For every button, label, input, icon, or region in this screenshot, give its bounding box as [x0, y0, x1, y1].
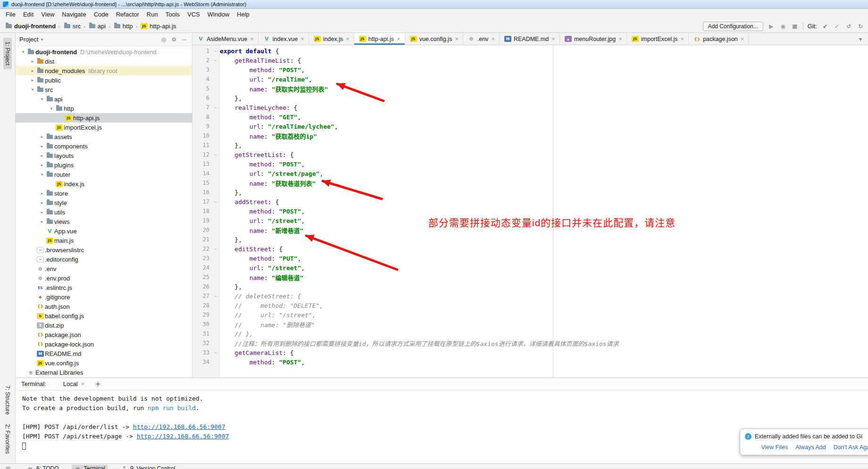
close-icon[interactable]: ×	[491, 35, 495, 42]
menu-view[interactable]: View	[37, 10, 58, 19]
run-icon[interactable]	[768, 23, 775, 30]
tree-item-http[interactable]: ▾http	[16, 104, 192, 113]
git-history-icon[interactable]	[857, 23, 864, 30]
tree-item-router[interactable]: ▾router	[16, 170, 192, 179]
tree-item-readme-md[interactable]: MREADME.md	[16, 349, 192, 358]
breadcrumb-item-src[interactable]: src	[62, 23, 82, 30]
close-icon[interactable]: ×	[741, 35, 744, 42]
tree-item-views[interactable]: ▸views	[16, 217, 192, 226]
add-configuration-button[interactable]: Add Configuration...	[703, 22, 763, 31]
tree-item-assets[interactable]: ▸assets	[16, 132, 192, 141]
menu-window[interactable]: Window	[204, 10, 233, 19]
terminal-tab-local[interactable]: Local ×	[60, 379, 88, 389]
menu-edit[interactable]: Edit	[19, 10, 37, 19]
menu-vcs[interactable]: VCS	[184, 10, 204, 19]
breadcrumb-item-http-api-js[interactable]: JShttp-api.js	[139, 23, 177, 30]
fold-marker[interactable]: −	[211, 58, 220, 63]
tab-importexcel-js[interactable]: JSimportExcel.js×	[627, 33, 689, 45]
hide-panel-icon[interactable]	[181, 36, 188, 43]
menu-help[interactable]: Help	[233, 10, 253, 19]
notification-action-don-t-ask-agai[interactable]: Don't Ask Agai	[834, 444, 868, 451]
notification-action-view-files[interactable]: View Files	[761, 444, 788, 451]
statusbar-terminal[interactable]: Terminal	[72, 465, 108, 469]
tree-item-layouts[interactable]: ▸layouts	[16, 151, 192, 160]
tree-item-utils[interactable]: ▸utils	[16, 207, 192, 217]
settings-gear-icon[interactable]	[170, 36, 178, 43]
close-icon[interactable]: ×	[300, 35, 304, 42]
breadcrumb-item-api[interactable]: api	[87, 23, 107, 30]
tab-asidemenu-vue[interactable]: VAsideMenu.vue×	[192, 33, 259, 45]
fold-marker[interactable]: −	[211, 294, 220, 299]
git-revert-icon[interactable]	[845, 23, 852, 30]
menu-navigate[interactable]: Navigate	[58, 10, 90, 19]
fold-marker[interactable]: −	[211, 152, 220, 157]
editor[interactable]: 1−export default {2− getRealTimeList: {3…	[192, 45, 868, 378]
tree-item-auth-json[interactable]: {}auth.json	[16, 302, 192, 311]
tree-item-env-prod[interactable]: ⚙.env.prod	[16, 273, 192, 283]
close-icon[interactable]: ×	[397, 35, 401, 42]
tab-package-json[interactable]: {}package.json×	[689, 33, 749, 45]
tree-item-package-lock-json[interactable]: {}package-lock.json	[16, 339, 192, 349]
breadcrumb-item-duoji-frontend[interactable]: duoji-frontend	[4, 23, 57, 30]
locate-file-icon[interactable]	[160, 36, 167, 43]
git-commit-icon[interactable]	[833, 23, 841, 30]
fold-marker[interactable]: −	[211, 105, 220, 110]
tab-index-js[interactable]: JSindex.js×	[309, 33, 354, 45]
close-icon[interactable]: ×	[551, 35, 555, 42]
tree-item-style[interactable]: ▸style	[16, 198, 192, 207]
tree-item-duoji-frontend[interactable]: ▾duoji-frontendD:\zheheWeb\duoji-fronten…	[16, 47, 192, 57]
chevron-down-icon[interactable]: ▾	[41, 37, 43, 42]
tree-item-gitignore[interactable]: ◆.gitignore	[16, 292, 192, 302]
tree-item-importexcel-js[interactable]: JSimportExcel.js	[16, 123, 192, 132]
tree-item-package-json[interactable]: {}package.json	[16, 330, 192, 339]
tree-item-http-api-js[interactable]: JShttp-api.js	[16, 113, 192, 123]
tab-env[interactable]: ⚙.env×	[463, 33, 500, 45]
tree-item-main-js[interactable]: JSmain.js	[16, 236, 192, 245]
menu-refactor[interactable]: Refactor	[112, 10, 143, 19]
statusbar-6-todo[interactable]: 6: TODO	[24, 465, 61, 469]
tree-item-env[interactable]: ⚙.env	[16, 264, 192, 273]
tree-item-src[interactable]: ▾src	[16, 85, 192, 94]
tree-item-index-js[interactable]: JSindex.js	[16, 179, 192, 189]
debug-icon[interactable]	[779, 23, 787, 30]
project-panel-title[interactable]: Project	[19, 36, 38, 43]
close-icon[interactable]: ×	[681, 35, 684, 42]
menu-code[interactable]: Code	[90, 10, 112, 19]
stop-icon[interactable]	[791, 23, 799, 30]
close-icon[interactable]: ×	[455, 35, 459, 42]
close-icon[interactable]: ×	[618, 35, 622, 42]
toolwindow-structure-button[interactable]: 7: Structure	[3, 382, 12, 419]
tab-vue-config-js[interactable]: JSvue.config.js×	[405, 33, 463, 45]
tabs-options-icon[interactable]	[857, 35, 864, 43]
tree-item-node-modules[interactable]: ▸node_moduleslibrary root	[16, 66, 192, 75]
fold-marker[interactable]: −	[211, 49, 220, 54]
tree-item-babel-config-js[interactable]: bbabel.config.js	[16, 311, 192, 321]
tree-item-editorconfig[interactable]: ≡.editorconfig	[16, 255, 192, 264]
tab-readme-md[interactable]: MREADME.md×	[500, 33, 560, 45]
tree-item-public[interactable]: ▸public	[16, 75, 192, 85]
tab-index-vue[interactable]: Vindex.vue×	[259, 33, 309, 45]
tree-item-components[interactable]: ▸components	[16, 141, 192, 151]
fold-marker[interactable]: −	[211, 247, 220, 252]
tree-item-app-vue[interactable]: VApp.vue	[16, 226, 192, 236]
toolwindow-favorites-button[interactable]: 2: Favorites	[3, 420, 12, 458]
terminal-link[interactable]: http://192.168.66.56:9007	[133, 423, 225, 430]
toolwindow-switcher-icon[interactable]	[4, 465, 12, 469]
git-update-icon[interactable]	[821, 23, 829, 30]
close-icon[interactable]: ×	[250, 35, 254, 42]
notification-action-always-add[interactable]: Always Add	[795, 444, 826, 451]
tree-item-dist[interactable]: ▸dist	[16, 57, 192, 66]
tree-item-external-libraries[interactable]: ≡External Libraries	[16, 368, 192, 377]
tree-item-plugins[interactable]: ▸plugins	[16, 160, 192, 170]
fold-marker[interactable]: −	[211, 199, 220, 205]
terminal-link[interactable]: http://192.168.66.56:9007	[137, 433, 229, 440]
menu-file[interactable]: File	[2, 10, 19, 19]
statusbar-9-version-control[interactable]: 9: Version Control	[118, 465, 177, 469]
fold-marker[interactable]: −	[211, 350, 220, 355]
code-area[interactable]: 1−export default {2− getRealTimeList: {3…	[192, 46, 868, 367]
close-icon[interactable]: ×	[346, 35, 350, 42]
breadcrumb-item-http[interactable]: http	[112, 23, 134, 30]
menu-run[interactable]: Run	[143, 10, 162, 19]
tree-item-dist-zip[interactable]: Zdist.zip	[16, 321, 192, 330]
new-terminal-icon[interactable]	[94, 380, 101, 388]
